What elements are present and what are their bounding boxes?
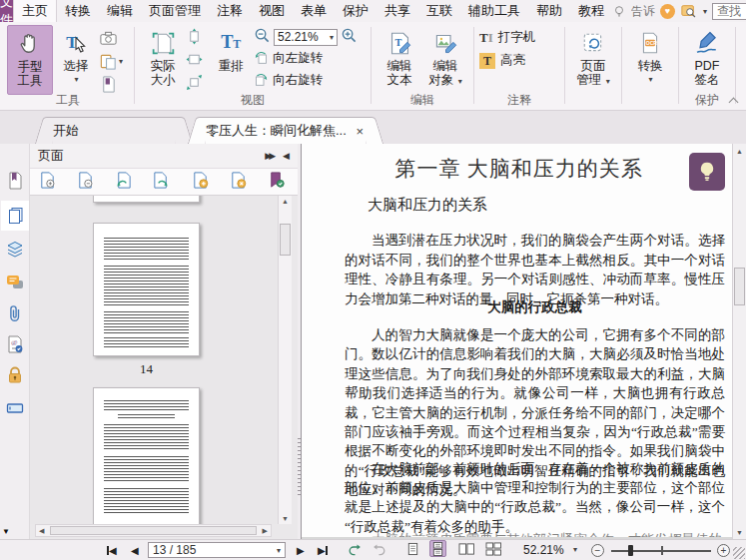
prev-page-button[interactable]: ◀ [131,540,139,560]
panel-collapse-icon[interactable]: ◀ [283,151,290,161]
menu-item-comment[interactable]: 注释 [209,0,251,22]
snapshot-caret-icon[interactable]: ▾ [703,7,707,16]
panel-signatures-button[interactable]: @ [1,329,29,359]
next-view-button[interactable] [372,540,386,560]
typewriter-button[interactable]: TI 打字机 [479,25,535,48]
menu-item-view[interactable]: 视图 [251,0,293,22]
menu-item-help[interactable]: 帮助 [528,0,570,22]
panel-fields-button[interactable] [1,393,29,423]
page-manage-button[interactable]: 页面 管理 ▾ [570,25,616,89]
hand-tool-button[interactable]: 手型 工具 [7,25,53,95]
ribbon-collapse-icon[interactable] [729,97,737,105]
thumb-scroll-right-icon[interactable]: ▶ [263,526,268,536]
statusbar-zoom-value[interactable]: 52.21% [523,543,564,557]
rotate-left-button[interactable]: 向左旋转 [254,49,366,68]
menu-item-connect[interactable]: 互联 [418,0,460,22]
panel-expand-icon[interactable]: ▶▶ [265,151,273,161]
thumbnail-hscrollbar[interactable]: ◀ ▶ [35,524,272,537]
heart-icon[interactable]: ♥ [660,4,675,19]
edit-text-button[interactable]: T 编辑 文本 [376,25,422,87]
snapshot-icon[interactable] [99,28,118,48]
convert-button[interactable]: OCR 转换 ▾ [627,25,673,87]
doc-scroll-up-icon[interactable]: ▲ [733,148,746,155]
zoom-out-button[interactable]: − [591,544,604,557]
doc-scroll-down-icon[interactable]: ▼ [733,529,746,536]
layout-facing-continuous-button[interactable] [484,540,501,557]
fit-width-icon[interactable] [186,51,208,72]
panel-attachments-button[interactable] [1,298,29,328]
previous-view-button[interactable] [348,540,363,560]
zoom-in-icon[interactable] [341,27,358,48]
last-page-button[interactable]: ▶ [318,540,328,560]
reflow-button[interactable]: TT 重排 [208,25,254,73]
tab-start[interactable]: 开始 [44,117,184,144]
panel-comments-button[interactable] [1,268,29,297]
first-page-button[interactable]: ◀ [107,540,117,560]
page-bookmark-icon[interactable] [267,171,286,194]
menu-item-tutorial[interactable]: 教程 [570,0,612,22]
zoom-out-icon[interactable] [254,27,271,48]
svg-text:OCR: OCR [646,40,658,46]
page-rotate-right-icon[interactable] [152,171,171,194]
menu-item-edit[interactable]: 编辑 [99,0,141,22]
thumb-scroll-down-icon[interactable]: ▼ [279,515,292,522]
thumb-hscroll-handle[interactable] [50,526,257,535]
panel-resize-grip[interactable] [298,438,301,498]
menu-item-share[interactable]: 共享 [376,0,418,22]
document-vscrollbar[interactable]: ▲ ▼ [732,144,746,539]
panel-security-button[interactable] [1,360,29,390]
menu-item-protect[interactable]: 保护 [335,0,376,22]
thumbnail-page-13[interactable] [93,196,200,203]
rotate-right-button[interactable]: 向右旋转 [254,71,366,90]
layout-single-page-button[interactable] [404,540,421,557]
tab-document[interactable]: 零压人生：瞬间化解焦... × [197,117,374,144]
select-tool-button[interactable]: T 选择 ▾ [53,25,99,87]
tab-close-icon[interactable]: × [354,124,366,139]
panel-layers-button[interactable] [1,235,29,265]
select-caret-icon: ▾ [74,73,78,87]
next-page-button[interactable]: ▶ [297,540,305,560]
menu-item-organize[interactable]: 页面管理 [141,0,209,22]
snapshot-search-icon[interactable] [680,3,697,19]
thumbnail-page-15[interactable] [93,387,200,524]
lightbulb-tip-icon[interactable] [612,4,626,19]
thumb-scroll-up-icon[interactable]: ▲ [279,198,292,205]
panel-pages-button[interactable] [1,201,29,231]
menu-item-form[interactable]: 表单 [293,0,335,22]
menu-item-accessibility[interactable]: 辅助工具 [460,0,528,22]
highlight-button[interactable]: T 高亮 [479,48,525,71]
zoom-in-button[interactable]: + [717,544,730,557]
page-number-combobox[interactable]: 13 / 185 ▾ [148,542,286,558]
page-rotate-left-icon[interactable] [114,171,133,194]
panel-strip-menu-icon[interactable]: ▼ [2,527,10,536]
pdf-sign-button[interactable]: PDF 签名 [684,25,730,87]
fit-height-icon[interactable] [186,28,208,49]
page-zoom-in-icon[interactable] [38,171,57,194]
tell-me-label[interactable]: 告诉 [631,3,655,20]
edit-object-button[interactable]: 编辑 对象 ▾ [422,25,468,89]
doc-scroll-handle[interactable] [734,268,745,305]
window-resize-grip[interactable] [733,547,745,559]
bookmark-page-icon[interactable] [99,74,118,94]
hand-tool-label-2: 工具 [18,74,43,88]
menu-item-home[interactable]: 主页 [13,0,57,22]
statusbar-zoom-caret-icon[interactable]: ▾ [573,545,577,554]
panel-bookmarks-button[interactable] [1,166,29,196]
thumbnail-page-14[interactable] [93,223,200,356]
page-delete-icon[interactable] [229,171,248,194]
file-menu-button[interactable]: 文件 [0,0,13,22]
page-zoom-out-icon[interactable] [76,171,95,194]
page-add-icon[interactable] [191,171,210,194]
zoom-slider-handle[interactable] [628,545,633,556]
thumbnail-vscrollbar[interactable]: ▲ ▼ [278,196,292,524]
ocr-convert-icon: OCR [638,27,662,59]
menu-item-convert[interactable]: 转换 [57,0,99,22]
zoom-level-combobox[interactable]: 52.21% ▾ [274,29,338,46]
clipboard-icon[interactable]: ▾ [99,51,123,71]
thumb-scroll-handle[interactable] [280,224,291,256]
actual-size-button[interactable]: 实际 大小 [140,25,186,87]
layout-facing-button[interactable] [457,540,474,557]
find-input[interactable] [712,3,746,20]
layout-continuous-button[interactable] [429,540,446,557]
thumb-scroll-left-icon[interactable]: ◀ [39,526,44,536]
